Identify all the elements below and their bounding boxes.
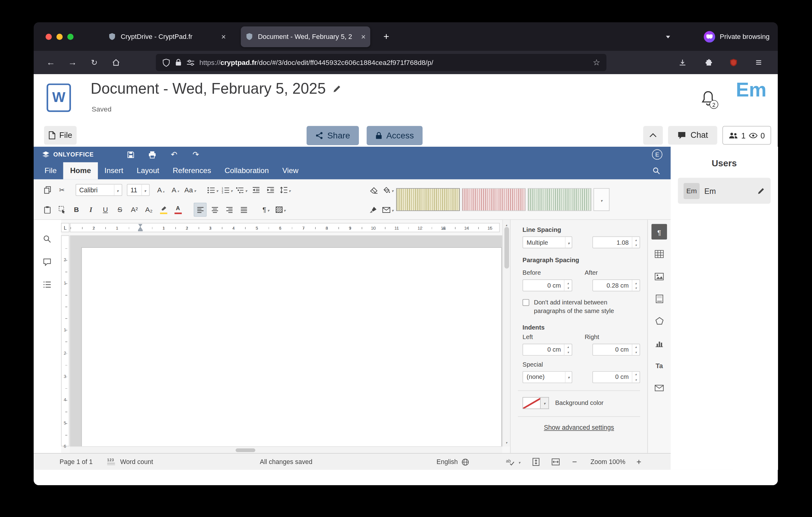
copy-button[interactable] [41,183,54,197]
paragraph-shading-button[interactable] [381,183,395,197]
tracking-shield-icon[interactable] [162,58,170,66]
bold-button[interactable]: B [70,203,83,217]
zoom-in-button[interactable]: + [636,454,641,470]
spell-check-button[interactable]: ab [506,454,520,470]
align-right-button[interactable] [223,203,236,217]
chevron-down-icon[interactable] [541,397,549,409]
chart-settings-tab[interactable] [651,335,667,351]
zoom-level[interactable]: Zoom 100% [586,454,630,470]
zoom-out-button[interactable]: − [572,454,577,470]
menu-file[interactable]: File [38,162,64,180]
menu-home[interactable]: Home [63,162,97,180]
scroll-down-icon[interactable] [503,439,510,445]
fit-page-button[interactable] [532,454,540,470]
fit-width-button[interactable] [552,454,560,470]
vertical-scrollbar[interactable] [502,220,510,446]
left-indent-marker[interactable] [138,229,143,231]
lock-icon[interactable] [175,58,182,66]
v-ruler[interactable]: 21123456 [61,235,69,446]
background-color-picker[interactable] [523,397,549,409]
spinner[interactable] [632,280,639,291]
close-tab-icon[interactable] [221,32,226,41]
justify-button[interactable] [237,203,250,217]
edit-name-pencil-icon[interactable] [757,187,765,194]
menu-insert[interactable]: Insert [97,162,130,180]
no-interval-checkbox[interactable] [523,299,529,306]
copy-style-button[interactable] [367,203,380,217]
table-settings-tab[interactable] [651,246,667,262]
style-swatch-normal[interactable] [396,188,460,211]
bookmark-star-icon[interactable] [592,58,600,67]
h-ruler[interactable]: 21123456789101112131415 [70,223,500,232]
shading-button[interactable] [274,203,287,217]
horizontal-scroll-thumb[interactable] [236,448,255,452]
redo-button[interactable] [190,149,201,160]
header-footer-settings-tab[interactable] [651,291,667,306]
hanging-indent-marker[interactable] [138,224,143,229]
language-button[interactable]: English [437,454,469,470]
print-button[interactable] [147,149,158,160]
italic-button[interactable]: I [84,203,97,217]
indent-right-field[interactable]: 0 cm [592,344,640,356]
menu-button[interactable] [751,54,767,71]
collapse-toolbar-button[interactable] [643,126,663,144]
clear-style-button[interactable] [367,183,380,197]
search-button[interactable] [652,167,660,174]
home-button[interactable] [108,54,124,71]
align-left-button[interactable] [194,203,206,217]
access-button[interactable]: Access [367,126,423,145]
reload-button[interactable] [86,54,103,71]
decrease-font-button[interactable]: A [169,183,182,197]
mail-merge-button[interactable] [381,203,395,217]
special-select[interactable]: (none) [523,371,572,383]
spinner[interactable] [564,280,572,291]
menu-references[interactable]: References [166,162,218,180]
back-button[interactable] [42,54,59,71]
account-avatar[interactable]: Em [736,79,766,101]
comments-button[interactable] [40,255,54,269]
highlight-color-button[interactable] [157,203,170,217]
font-name-select[interactable]: Calibri [76,184,122,196]
paragraph-settings-tab[interactable] [651,224,667,240]
downloads-button[interactable] [674,54,691,71]
decrease-indent-button[interactable] [250,183,262,197]
no-color-swatch[interactable] [523,397,541,409]
tab-stop-selector[interactable]: L [61,223,69,232]
paste-button[interactable] [41,203,54,217]
ublock-button[interactable] [725,54,742,71]
find-button[interactable] [40,232,54,246]
shape-settings-tab[interactable] [651,313,667,329]
style-swatch-heading[interactable] [528,188,591,211]
spinner[interactable] [632,237,639,248]
navigation-button[interactable] [40,278,54,291]
menu-collaboration[interactable]: Collaboration [218,162,276,180]
list-tabs-button[interactable] [660,29,676,45]
forward-button[interactable] [64,54,81,71]
style-swatch-no-spacing[interactable] [462,188,526,211]
strikethrough-button[interactable]: S [114,203,126,217]
user-list-item[interactable]: Em Em [678,178,771,204]
spacing-after-field[interactable]: 0.28 cm [592,279,640,291]
superscript-button[interactable]: A² [128,203,141,217]
chat-button[interactable]: Chat [668,126,718,144]
increase-indent-button[interactable] [264,183,277,197]
document-canvas[interactable] [70,235,502,446]
user-list-button[interactable]: 1 0 [723,126,771,144]
line-spacing-button[interactable] [279,183,292,197]
share-button[interactable]: Share [307,126,359,145]
special-amount-field[interactable]: 0 cm [592,371,640,383]
spinner[interactable] [564,344,572,355]
text-art-settings-tab[interactable]: Ta [651,358,667,373]
increase-font-button[interactable]: A [154,183,167,197]
align-center-button[interactable] [208,203,221,217]
fullscreen-window-button[interactable] [67,33,74,39]
horizontal-scrollbar[interactable] [70,446,502,453]
image-settings-tab[interactable] [651,269,667,284]
tab-cryptdrive[interactable]: CryptDrive - CryptPad.fr [104,26,231,47]
change-case-button[interactable]: Aa [183,183,197,197]
permissions-icon[interactable] [186,59,195,66]
menu-layout[interactable]: Layout [130,162,166,180]
close-window-button[interactable] [46,33,52,39]
line-spacing-select[interactable]: Multiple [523,237,572,248]
advanced-settings-link[interactable]: Show advanced settings [518,424,640,431]
